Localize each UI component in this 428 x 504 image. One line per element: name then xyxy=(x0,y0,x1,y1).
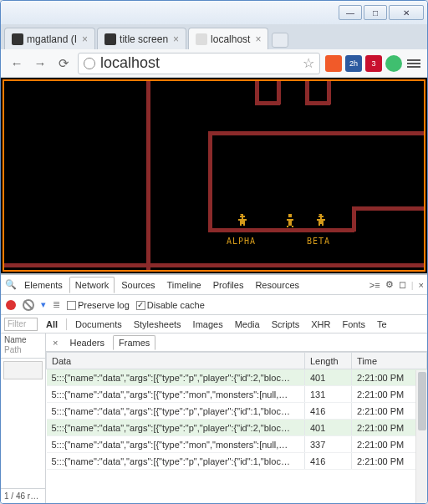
window-close-button[interactable]: ✕ xyxy=(389,5,424,20)
cell-data: 5:::{"name":"data","args":[{"type":"p","… xyxy=(47,403,305,420)
window-maximize-button[interactable]: □ xyxy=(364,5,387,20)
col-time[interactable]: Time xyxy=(352,353,427,369)
preserve-log-checkbox[interactable]: Preserve log xyxy=(67,300,130,310)
inspect-icon[interactable]: 🔍 xyxy=(4,279,18,290)
new-tab-button[interactable] xyxy=(272,33,288,48)
cell-length: 416 xyxy=(305,453,352,470)
detail-close-icon[interactable]: × xyxy=(49,338,61,348)
address-bar[interactable]: localhost ☆ xyxy=(78,53,320,74)
player-label-alpha: ALPHA xyxy=(227,237,256,246)
window-titlebar[interactable]: — □ ✕ xyxy=(1,1,427,24)
extension-lastpass-icon[interactable]: 3 xyxy=(365,55,382,72)
game-canvas[interactable]: ALPHA BETA xyxy=(3,79,425,272)
view-icon[interactable]: ≣ xyxy=(53,299,60,310)
frame-row[interactable]: 5:::{"name":"data","args":[{"type":"mon"… xyxy=(47,436,427,453)
devtools-tab-network[interactable]: Network xyxy=(69,277,115,293)
frame-row[interactable]: 5:::{"name":"data","args":[{"type":"p","… xyxy=(47,369,427,386)
devtools-tab-profiles[interactable]: Profiles xyxy=(208,277,249,293)
request-list-sidebar: Name Path 1 / 46 r… xyxy=(1,333,46,503)
subtab-frames[interactable]: Frames xyxy=(113,335,155,350)
scrollbar-thumb[interactable] xyxy=(418,372,426,430)
close-tab-icon[interactable]: × xyxy=(255,33,261,45)
filter-images[interactable]: Images xyxy=(190,319,227,329)
extension-rescuetime-icon[interactable]: 2h xyxy=(345,55,362,72)
disable-cache-checkbox[interactable]: Disable cache xyxy=(136,300,205,310)
reload-button[interactable]: ⟳ xyxy=(54,54,73,73)
filter-documents[interactable]: Documents xyxy=(72,319,125,329)
devtools-panel: 🔍 Elements Network Sources Timeline Prof… xyxy=(1,273,427,503)
filter-xhr[interactable]: XHR xyxy=(308,319,334,329)
extensions: 2h 3 xyxy=(325,55,402,72)
filter-more[interactable]: Te xyxy=(374,319,390,329)
github-icon xyxy=(12,33,23,45)
drawer-toggle-icon[interactable]: >≡ xyxy=(369,280,380,290)
request-item[interactable] xyxy=(3,361,43,379)
col-data[interactable]: Data xyxy=(47,353,305,369)
request-detail: × Headers Frames Data Length Time 5:::{"… xyxy=(46,333,427,503)
tab-label: localhost xyxy=(211,33,250,45)
chrome-menu-icon[interactable] xyxy=(407,59,420,68)
dock-icon[interactable]: ◻ xyxy=(399,279,406,290)
tab-strip: mgatland (I × title screen × localhost × xyxy=(1,24,427,49)
frame-row[interactable]: 5:::{"name":"data","args":[{"type":"p","… xyxy=(47,403,427,420)
col-length[interactable]: Length xyxy=(305,353,352,369)
back-button[interactable]: ← xyxy=(8,54,26,73)
cell-data: 5:::{"name":"data","args":[{"type":"mon"… xyxy=(47,436,305,453)
clear-button[interactable] xyxy=(23,299,34,311)
scrollbar[interactable] xyxy=(415,370,427,503)
page-icon xyxy=(196,33,207,45)
devtools-tab-timeline[interactable]: Timeline xyxy=(162,277,206,293)
window-minimize-button[interactable]: — xyxy=(339,5,362,20)
filter-media[interactable]: Media xyxy=(232,319,263,329)
filter-input[interactable]: Filter xyxy=(4,318,38,331)
devtools-tab-sources[interactable]: Sources xyxy=(116,277,160,293)
cell-data: 5:::{"name":"data","args":[{"type":"p","… xyxy=(47,453,305,470)
cell-data: 5:::{"name":"data","args":[{"type":"mon"… xyxy=(47,386,305,403)
frame-row[interactable]: 5:::{"name":"data","args":[{"type":"mon"… xyxy=(47,386,427,403)
page-content: ALPHA BETA xyxy=(1,78,427,273)
github-icon xyxy=(104,33,116,45)
devtools-tab-resources[interactable]: Resources xyxy=(250,277,304,293)
frames-grid[interactable]: Data Length Time 5:::{"name":"data","arg… xyxy=(46,352,427,503)
toolbar: ← → ⟳ localhost ☆ 2h 3 xyxy=(1,49,427,78)
record-button[interactable] xyxy=(6,300,16,310)
tab-0[interactable]: mgatland (I × xyxy=(4,28,95,49)
close-tab-icon[interactable]: × xyxy=(82,33,88,45)
player-sprite-alpha xyxy=(237,214,247,227)
extension-dot-icon[interactable] xyxy=(385,55,402,72)
close-tab-icon[interactable]: × xyxy=(173,33,179,45)
frame-row[interactable]: 5:::{"name":"data","args":[{"type":"p","… xyxy=(47,420,427,436)
network-toolbar: ▾ ≣ Preserve log Disable cache xyxy=(1,295,427,315)
player-sprite-mid xyxy=(285,214,295,227)
extension-postman-icon[interactable] xyxy=(325,55,342,72)
filter-fonts[interactable]: Fonts xyxy=(339,319,369,329)
subtab-headers[interactable]: Headers xyxy=(64,336,110,349)
filter-all[interactable]: All xyxy=(43,319,61,329)
tab-1[interactable]: title screen × xyxy=(97,28,186,49)
sidebar-header[interactable]: Name Path xyxy=(1,333,45,359)
site-info-icon[interactable] xyxy=(84,58,95,69)
browser-window: — □ ✕ mgatland (I × title screen × local… xyxy=(0,0,428,504)
bookmark-star-icon[interactable]: ☆ xyxy=(303,55,314,71)
forward-button[interactable]: → xyxy=(31,54,49,73)
network-filter-bar: Filter All Documents Stylesheets Images … xyxy=(1,315,427,333)
detail-tabs: × Headers Frames xyxy=(46,333,427,352)
frame-row[interactable]: 5:::{"name":"data","args":[{"type":"p","… xyxy=(47,453,427,470)
cell-length: 416 xyxy=(305,403,352,420)
cell-length: 401 xyxy=(305,420,352,436)
status-footer: 1 / 46 r… xyxy=(1,488,45,503)
player-sprite-beta xyxy=(315,214,325,227)
tab-2[interactable]: localhost × xyxy=(188,28,268,49)
cell-length: 337 xyxy=(305,436,352,453)
filter-stylesheets[interactable]: Stylesheets xyxy=(130,319,185,329)
network-body: Name Path 1 / 46 r… × Headers Frames Dat… xyxy=(1,333,427,503)
filter-scripts[interactable]: Scripts xyxy=(268,319,303,329)
settings-gear-icon[interactable]: ⚙ xyxy=(385,279,394,290)
devtools-close-icon[interactable]: × xyxy=(419,280,424,290)
player-label-beta: BETA xyxy=(307,237,330,246)
url-text: localhost xyxy=(100,54,298,72)
cell-data: 5:::{"name":"data","args":[{"type":"p","… xyxy=(47,420,305,436)
devtools-tab-elements[interactable]: Elements xyxy=(19,277,68,293)
cell-length: 131 xyxy=(305,386,352,403)
filter-toggle-icon[interactable]: ▾ xyxy=(41,299,46,310)
